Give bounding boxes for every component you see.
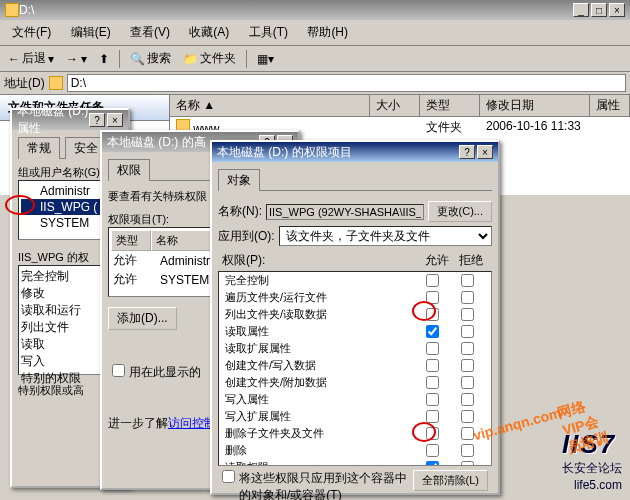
drive-icon bbox=[5, 3, 19, 17]
views-button[interactable]: ▦▾ bbox=[253, 50, 278, 68]
perm-name: 写入扩展属性 bbox=[225, 409, 415, 424]
perm-name: 创建文件/写入数据 bbox=[225, 358, 415, 373]
perm-name: 创建文件夹/附加数据 bbox=[225, 375, 415, 390]
user-icon bbox=[23, 200, 37, 214]
back-button[interactable]: ← 后退 ▾ bbox=[4, 48, 58, 69]
user-icon bbox=[23, 216, 37, 230]
inherit-label: 用在此显示的 bbox=[129, 364, 201, 381]
col-attr[interactable]: 属性 bbox=[590, 95, 630, 116]
apply-select[interactable]: 该文件夹，子文件夹及文件 bbox=[279, 226, 492, 246]
name-field bbox=[266, 204, 424, 220]
allow-header: 允许 bbox=[420, 252, 454, 269]
deny-checkbox[interactable] bbox=[461, 393, 474, 406]
col-type[interactable]: 类型 bbox=[420, 95, 480, 116]
deny-header: 拒绝 bbox=[454, 252, 488, 269]
add-button[interactable]: 添加(D)... bbox=[108, 307, 177, 330]
dlg1-titlebar: 本地磁盘 (D:) 属性 ?× bbox=[12, 110, 128, 130]
deny-checkbox[interactable] bbox=[461, 291, 474, 304]
inherit-checkbox[interactable] bbox=[112, 364, 125, 377]
address-input[interactable] bbox=[67, 74, 626, 92]
user-icon bbox=[23, 184, 37, 198]
dlg1-help[interactable]: ? bbox=[89, 113, 105, 127]
col-date[interactable]: 修改日期 bbox=[480, 95, 590, 116]
folders-button[interactable]: 📁 文件夹 bbox=[179, 48, 240, 69]
allow-checkbox[interactable] bbox=[426, 291, 439, 304]
permission-row: 创建文件/写入数据 bbox=[219, 357, 491, 374]
allow-checkbox[interactable] bbox=[426, 308, 439, 321]
menu-file[interactable]: 文件(F) bbox=[4, 22, 59, 43]
perm-name: 列出文件夹/读取数据 bbox=[225, 307, 415, 322]
allow-checkbox[interactable] bbox=[426, 393, 439, 406]
addressbar: 地址(D) bbox=[0, 72, 630, 95]
allow-checkbox[interactable] bbox=[426, 427, 439, 440]
drive-icon bbox=[49, 76, 63, 90]
dlg3-help[interactable]: ? bbox=[459, 145, 475, 159]
apply-label: 应用到(O): bbox=[218, 228, 275, 245]
menu-edit[interactable]: 编辑(E) bbox=[63, 22, 119, 43]
search-button[interactable]: 🔍 搜索 bbox=[126, 48, 175, 69]
dlg3-close[interactable]: × bbox=[477, 145, 493, 159]
deny-checkbox[interactable] bbox=[461, 427, 474, 440]
close-button[interactable]: × bbox=[609, 3, 625, 17]
deny-checkbox[interactable] bbox=[461, 444, 474, 457]
allow-checkbox[interactable] bbox=[426, 325, 439, 338]
apply-container-label: 将这些权限只应用到这个容器中的对象和/或容器(T) bbox=[239, 470, 409, 500]
access-control-link[interactable]: 访问控制 bbox=[168, 416, 216, 430]
menubar: 文件(F) 编辑(E) 查看(V) 收藏(A) 工具(T) 帮助(H) bbox=[0, 20, 630, 46]
permission-row: 创建文件夹/附加数据 bbox=[219, 374, 491, 391]
watermark: vip.anqn.com 网络VIP会员培训 IIS7 长安全论坛 life5.… bbox=[562, 429, 622, 492]
deny-checkbox[interactable] bbox=[461, 376, 474, 389]
allow-checkbox[interactable] bbox=[426, 410, 439, 423]
maximize-button[interactable]: □ bbox=[591, 3, 607, 17]
allow-checkbox[interactable] bbox=[426, 444, 439, 457]
change-button[interactable]: 更改(C)... bbox=[428, 201, 492, 222]
tab-general[interactable]: 常规 bbox=[18, 137, 60, 159]
perm-name: 读取属性 bbox=[225, 324, 415, 339]
perm-name: 删除子文件夹及文件 bbox=[225, 426, 415, 441]
perm-name: 读取扩展属性 bbox=[225, 341, 415, 356]
permission-row: 列出文件夹/读取数据 bbox=[219, 306, 491, 323]
permissions-list[interactable]: 完全控制遍历文件夹/运行文件列出文件夹/读取数据读取属性读取扩展属性创建文件/写… bbox=[218, 271, 492, 466]
clear-all-button[interactable]: 全部清除(L) bbox=[413, 470, 488, 491]
deny-checkbox[interactable] bbox=[461, 274, 474, 287]
deny-checkbox[interactable] bbox=[461, 308, 474, 321]
col-size[interactable]: 大小 bbox=[370, 95, 420, 116]
permission-row: 读取权限 bbox=[219, 459, 491, 466]
deny-checkbox[interactable] bbox=[461, 359, 474, 372]
explorer-titlebar: D:\ _ □ × bbox=[0, 0, 630, 20]
minimize-button[interactable]: _ bbox=[573, 3, 589, 17]
allow-checkbox[interactable] bbox=[426, 274, 439, 287]
deny-checkbox[interactable] bbox=[461, 342, 474, 355]
up-button[interactable]: ⬆ bbox=[95, 50, 113, 68]
perm-name: 删除 bbox=[225, 443, 415, 458]
dlg3-titlebar: 本地磁盘 (D:) 的权限项目 ?× bbox=[212, 142, 498, 162]
allow-checkbox[interactable] bbox=[426, 376, 439, 389]
address-label: 地址(D) bbox=[4, 75, 45, 92]
menu-favorites[interactable]: 收藏(A) bbox=[181, 22, 237, 43]
window-title: D:\ bbox=[19, 3, 34, 17]
permission-row: 完全控制 bbox=[219, 272, 491, 289]
menu-help[interactable]: 帮助(H) bbox=[299, 22, 356, 43]
perms-label: 权限(P): bbox=[222, 252, 265, 269]
apply-container-checkbox[interactable] bbox=[222, 470, 235, 483]
deny-checkbox[interactable] bbox=[461, 410, 474, 423]
forward-button[interactable]: → ▾ bbox=[62, 50, 91, 68]
name-label: 名称(N): bbox=[218, 203, 262, 220]
col-name[interactable]: 名称 ▲ bbox=[170, 95, 370, 116]
tab-object[interactable]: 对象 bbox=[218, 169, 260, 191]
perm-name: 写入属性 bbox=[225, 392, 415, 407]
allow-checkbox[interactable] bbox=[426, 359, 439, 372]
menu-tools[interactable]: 工具(T) bbox=[241, 22, 296, 43]
permission-row: 读取扩展属性 bbox=[219, 340, 491, 357]
permission-row: 写入扩展属性 bbox=[219, 408, 491, 425]
perm-name: 遍历文件夹/运行文件 bbox=[225, 290, 415, 305]
deny-checkbox[interactable] bbox=[461, 325, 474, 338]
permission-row: 删除子文件夹及文件 bbox=[219, 425, 491, 442]
perm-name: 完全控制 bbox=[225, 273, 415, 288]
allow-checkbox[interactable] bbox=[426, 342, 439, 355]
permission-row: 读取属性 bbox=[219, 323, 491, 340]
tab-perms[interactable]: 权限 bbox=[108, 159, 150, 181]
dlg1-close[interactable]: × bbox=[107, 113, 123, 127]
permission-row: 写入属性 bbox=[219, 391, 491, 408]
menu-view[interactable]: 查看(V) bbox=[122, 22, 178, 43]
